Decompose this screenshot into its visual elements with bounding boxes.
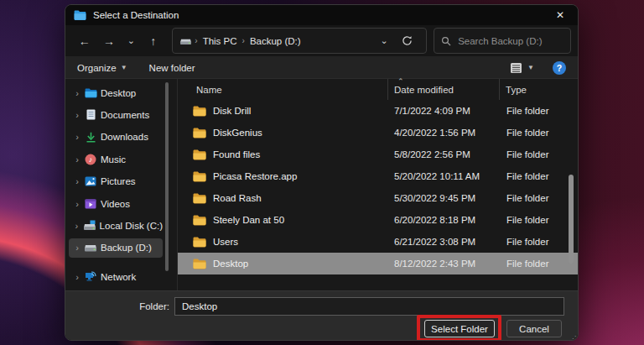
file-name: Road Rash — [213, 193, 394, 203]
file-list: Name Date modified Type ⌃ Disk Drill7/1/… — [177, 79, 578, 290]
music-icon: ♪ — [84, 154, 97, 165]
sidebar-item-documents[interactable]: ›Documents — [69, 105, 163, 124]
document-icon — [84, 109, 97, 121]
navigation-sidebar: ›Desktop›Documents›Downloads›♪Music›Pict… — [65, 79, 174, 290]
file-row[interactable]: Road Rash5/30/2022 9:45 PMFile folder — [178, 187, 578, 209]
file-row[interactable]: DiskGenius4/20/2022 1:56 PMFile folder — [178, 122, 578, 144]
column-header-name[interactable]: Name — [178, 79, 387, 100]
address-bar[interactable]: › This PC › Backup (D:) ⌄ — [172, 28, 427, 54]
sidebar-scrollbar[interactable] — [165, 82, 169, 271]
folder-icon — [193, 237, 206, 248]
expand-chevron-icon[interactable]: › — [72, 154, 82, 165]
file-date-modified: 5/30/2022 9:45 PM — [394, 193, 506, 203]
titlebar: Select a Destination ✕ — [65, 5, 578, 25]
cancel-button[interactable]: Cancel — [506, 320, 562, 337]
folder-icon — [193, 193, 206, 204]
expand-chevron-icon[interactable]: › — [72, 243, 82, 253]
sort-ascending-icon: ⌃ — [397, 77, 404, 86]
folder-icon — [193, 259, 206, 269]
search-input[interactable] — [458, 36, 558, 46]
breadcrumb-backup-d[interactable]: Backup (D:) — [247, 36, 304, 46]
forward-icon[interactable]: → — [98, 30, 119, 52]
file-row[interactable]: Found files5/8/2022 2:56 PMFile folder — [178, 144, 578, 165]
sidebar-item-label: Videos — [101, 199, 130, 209]
view-mode-icon[interactable] — [510, 62, 522, 74]
expand-chevron-icon[interactable]: › — [72, 221, 81, 231]
column-header-type[interactable]: Type — [499, 79, 578, 100]
column-headers: Name Date modified Type ⌃ — [178, 79, 578, 100]
back-icon[interactable]: ← — [74, 30, 95, 52]
sidebar-item-label: Downloads — [101, 132, 148, 142]
organize-button[interactable]: Organize ▼ — [77, 63, 127, 73]
file-type: File folder — [506, 193, 578, 203]
address-dropdown-chevron-icon[interactable]: ⌄ — [376, 30, 392, 52]
file-name: Found files — [213, 149, 394, 159]
pictures-icon — [84, 175, 97, 187]
file-name: DiskGenius — [213, 128, 394, 138]
resize-grip[interactable]: ⋰ — [569, 335, 575, 341]
sidebar-item-local-disk-c[interactable]: ›Local Disk (C:) — [69, 216, 163, 235]
sidebar-item-label: Backup (D:) — [101, 243, 152, 253]
close-icon[interactable]: ✕ — [551, 8, 569, 23]
help-icon[interactable]: ? — [553, 61, 566, 75]
window-folder-icon — [74, 10, 86, 20]
file-type: File folder — [506, 106, 578, 116]
expand-chevron-icon[interactable]: › — [72, 132, 82, 142]
dialog-footer: Folder: Select Folder Cancel ⋰ — [65, 290, 578, 341]
expand-chevron-icon[interactable]: › — [72, 272, 82, 282]
breadcrumb-this-pc[interactable]: This PC — [200, 36, 240, 46]
dialog-body: ›Desktop›Documents›Downloads›♪Music›Pict… — [65, 79, 578, 290]
sidebar-item-label: Local Disk (C:) — [100, 221, 163, 231]
recent-locations-chevron-icon[interactable]: ⌄ — [123, 30, 139, 52]
expand-chevron-icon[interactable]: › — [72, 110, 82, 120]
organize-label: Organize — [77, 63, 117, 73]
sidebar-item-desktop[interactable]: ›Desktop — [69, 83, 163, 102]
desktop-wallpaper: { "window": { "title": "Select a Destina… — [0, 0, 644, 345]
sidebar-item-pictures[interactable]: ›Pictures — [69, 172, 163, 191]
view-mode-chevron-icon[interactable]: ▼ — [527, 64, 534, 71]
file-type: File folder — [506, 215, 578, 225]
file-row[interactable]: Users6/21/2022 3:08 PMFile folder — [178, 231, 578, 253]
expand-chevron-icon[interactable]: › — [72, 88, 82, 98]
select-folder-button[interactable]: Select Folder — [424, 320, 495, 337]
vertical-scrollbar-thumb[interactable] — [569, 175, 574, 264]
file-name: Picasa Restore.app — [213, 171, 394, 181]
window-title: Select a Destination — [93, 10, 179, 20]
file-row[interactable]: Desktop8/12/2022 2:43 PMFile folder — [178, 253, 578, 274]
breadcrumb-separator: › — [240, 36, 247, 45]
folder-icon — [193, 149, 206, 160]
sidebar-item-music[interactable]: ›♪Music — [69, 149, 163, 169]
file-row[interactable]: Disk Drill7/1/2022 4:09 PMFile folder — [178, 100, 578, 122]
sidebar-item-backup-d[interactable]: ›Backup (D:) — [69, 238, 163, 258]
disk-icon — [84, 242, 97, 254]
sidebar-item-network[interactable]: ›Network — [69, 267, 163, 286]
folder-name-input[interactable] — [174, 297, 564, 316]
new-folder-button[interactable]: New folder — [149, 63, 195, 73]
sidebar-item-videos[interactable]: ›Videos — [69, 194, 163, 213]
select-destination-dialog: Select a Destination ✕ ← → ⌄ ↑ › This PC… — [65, 4, 579, 341]
new-folder-label: New folder — [149, 63, 195, 73]
up-icon[interactable]: ↑ — [143, 30, 164, 52]
expand-chevron-icon[interactable]: › — [72, 199, 82, 209]
folder-icon — [193, 106, 206, 117]
file-type: File folder — [506, 171, 578, 181]
sidebar-item-label: Documents — [101, 110, 149, 120]
refresh-icon[interactable] — [396, 30, 418, 52]
file-type: File folder — [506, 128, 578, 138]
file-date-modified: 5/20/2022 10:11 AM — [394, 171, 506, 181]
file-date-modified: 4/20/2022 1:56 PM — [394, 128, 506, 138]
organize-dropdown-chevron-icon: ▼ — [121, 64, 127, 71]
file-row[interactable]: Picasa Restore.app5/20/2022 10:11 AMFile… — [178, 165, 578, 187]
expand-chevron-icon[interactable]: › — [72, 176, 82, 186]
file-name: Users — [213, 237, 394, 247]
sidebar-item-label: Desktop — [101, 88, 136, 98]
file-date-modified: 6/20/2022 8:18 PM — [394, 215, 506, 225]
network-icon — [84, 271, 97, 283]
column-header-date-modified[interactable]: Date modified — [387, 79, 499, 100]
sidebar-item-downloads[interactable]: ›Downloads — [69, 128, 163, 147]
file-row[interactable]: Steely Dan at 506/20/2022 8:18 PMFile fo… — [178, 209, 578, 231]
search-box[interactable] — [434, 28, 571, 54]
folder-label: Folder: — [65, 301, 169, 311]
desktop-icon — [84, 87, 97, 99]
command-toolbar: Organize ▼ New folder ▼ ? — [65, 57, 578, 79]
